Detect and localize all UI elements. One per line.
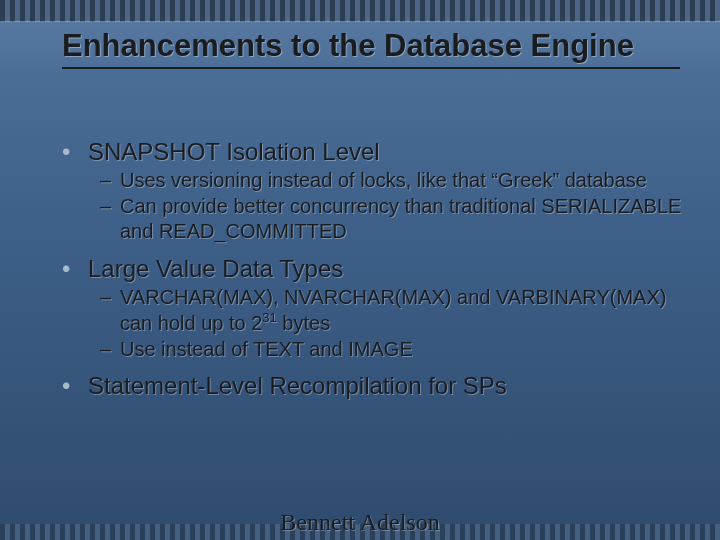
bullet-level2: Use instead of TEXT and IMAGE	[60, 337, 690, 363]
slide-body: SNAPSHOT Isolation Level Uses versioning…	[60, 128, 690, 402]
bullet-level2: Uses versioning instead of locks, like t…	[60, 168, 690, 194]
bullet-level1: Statement-Level Recompilation for SPs	[60, 372, 690, 400]
bullet-level2: Can provide better concurrency than trad…	[60, 194, 690, 245]
footer-author: Bennett Adelson	[0, 509, 720, 536]
top-decorative-stripe	[0, 0, 720, 22]
slide-title: Enhancements to the Database Engine	[62, 28, 680, 69]
bullet-level2: VARCHAR(MAX), NVARCHAR(MAX) and VARBINAR…	[60, 285, 690, 337]
bullet-level1: SNAPSHOT Isolation Level	[60, 138, 690, 166]
bullet-level1: Large Value Data Types	[60, 255, 690, 283]
